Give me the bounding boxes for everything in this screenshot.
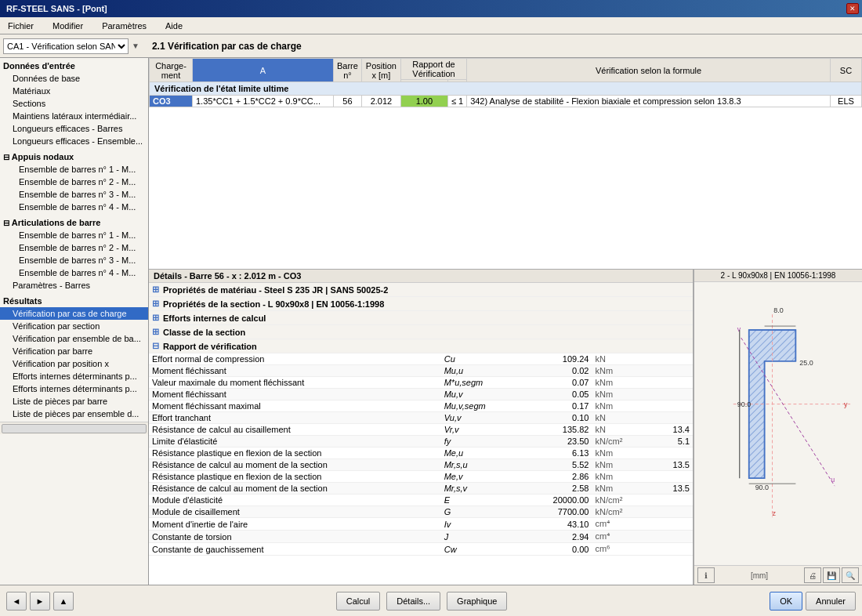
graphique-button[interactable]: Graphique xyxy=(447,592,507,611)
tree-item-3[interactable]: ⊞ Classe de la section xyxy=(149,325,693,339)
detail-symbol: Mu,v xyxy=(441,389,522,400)
menu-fichier[interactable]: Fichier xyxy=(3,20,38,32)
detail-unit: kNm xyxy=(592,365,652,377)
sidebar-section-resultats: Résultats Vérification par cas de charge… xyxy=(0,293,148,422)
row-formule: 342) Analyse de stabilité - Flexion biax… xyxy=(467,96,831,107)
sidebar-hscroll[interactable] xyxy=(2,424,147,433)
detail-symbol: E xyxy=(441,495,522,506)
th-charge: Charge- ment xyxy=(150,59,193,82)
sidebar-item-longueurs-ensemble[interactable]: Longueurs efficaces - Ensemble... xyxy=(0,135,148,147)
sidebar-item-appuis-3[interactable]: Ensemble de barres n° 3 - M... xyxy=(0,188,148,201)
detail-symbol: Me,u xyxy=(441,448,522,459)
menu-parametres[interactable]: Paramètres xyxy=(97,20,151,32)
export-btn-3[interactable]: 🔍 xyxy=(842,567,859,583)
detail-ratio xyxy=(653,365,693,377)
nav-btn-up[interactable]: ▲ xyxy=(53,592,74,611)
sidebar-item-longueurs-barres[interactable]: Longueurs efficaces - Barres xyxy=(0,122,148,135)
sidebar-item-art-3[interactable]: Ensemble de barres n° 3 - M... xyxy=(0,254,148,266)
expand-icon-2[interactable]: ⊞ xyxy=(152,313,161,323)
table-wrapper[interactable]: Charge- ment A Barre n° Position xyxy=(149,58,862,269)
detail-unit: kN/cm² xyxy=(592,436,652,448)
menu-bar: Fichier Modifier Paramètres Aide xyxy=(0,17,862,34)
detail-value: 0.10 xyxy=(522,412,592,424)
sidebar-item-liste-ensemble[interactable]: Liste de pièces par ensemble d... xyxy=(0,408,148,420)
sidebar-item-verif-section[interactable]: Vérification par section xyxy=(0,320,148,332)
tree-item-2[interactable]: ⊞ Efforts internes de calcul xyxy=(149,311,693,325)
sidebar-item-liste-barres[interactable]: Liste de pièces par barre xyxy=(0,395,148,408)
detail-property: Module de cisaillement xyxy=(149,506,441,518)
sidebar-item-verif-ensemble[interactable]: Vérification par ensemble de ba... xyxy=(0,332,148,345)
nav-btn-right[interactable]: ► xyxy=(30,592,50,611)
detail-symbol: Vr,v xyxy=(441,424,522,436)
ok-button[interactable]: OK xyxy=(770,592,802,611)
sidebar-item-appuis-4[interactable]: Ensemble de barres n° 4 - M... xyxy=(0,201,148,213)
detail-unit: kN xyxy=(592,412,652,424)
title-controls: ✕ xyxy=(846,3,859,14)
table-row[interactable]: CO3 1.35*CC1 + 1.5*CC2 + 0.9*CC... 56 2.… xyxy=(150,96,862,107)
details-row: Résistance plastique en flexion de la se… xyxy=(149,471,693,483)
sidebar-item-art-2[interactable]: Ensemble de barres n° 2 - M... xyxy=(0,241,148,254)
sidebar-item-appuis-nodaux[interactable]: Appuis nodaux xyxy=(0,150,148,163)
upper-table: Charge- ment A Barre n° Position xyxy=(149,58,862,270)
export-btn-1[interactable]: 🖨 xyxy=(804,567,821,583)
sidebar-item-articulations[interactable]: Articulations de barre xyxy=(0,216,148,229)
detail-ratio xyxy=(653,448,693,459)
sidebar-item-sections[interactable]: Sections xyxy=(0,97,148,110)
detail-property: Moment fléchissant xyxy=(149,365,441,377)
sidebar-item-resultats[interactable]: Résultats xyxy=(0,295,148,307)
details-row: Module de cisaillement G 7700.00 kN/cm² xyxy=(149,506,693,518)
nav-btn-left[interactable]: ◄ xyxy=(6,592,27,611)
expand-icon-0[interactable]: ⊞ xyxy=(152,284,161,295)
sidebar-item-parametres-barres[interactable]: Paramètres - Barres xyxy=(0,279,148,292)
detail-property: Résistance de calcul au cisaillement xyxy=(149,424,441,436)
details-button[interactable]: Détails... xyxy=(386,592,440,611)
right-panel: Charge- ment A Barre n° Position xyxy=(149,58,862,585)
details-panel: Détails - Barre 56 - x : 2.012 m - CO3 ⊞… xyxy=(149,270,694,585)
sidebar-item-efforts2[interactable]: Efforts internes déterminants p... xyxy=(0,382,148,395)
detail-symbol: Cw xyxy=(441,543,522,556)
sidebar-item-verif-cas[interactable]: Vérification par cas de charge xyxy=(0,307,148,320)
sidebar-item-art-4[interactable]: Ensemble de barres n° 4 - M... xyxy=(0,266,148,279)
details-row: Résistance de calcul au moment de la sec… xyxy=(149,459,693,471)
expand-icon-1[interactable]: ⊞ xyxy=(152,299,161,309)
sidebar-item-appuis-1[interactable]: Ensemble de barres n° 1 - M... xyxy=(0,163,148,176)
info-btn[interactable]: ℹ xyxy=(697,567,715,583)
calcul-button[interactable]: Calcul xyxy=(336,592,381,611)
sidebar-item-donnees-base[interactable]: Données de base xyxy=(0,72,148,85)
close-button[interactable]: ✕ xyxy=(846,3,859,14)
expand-icon-3[interactable]: ⊞ xyxy=(152,327,161,337)
detail-value: 0.17 xyxy=(522,400,592,412)
sidebar-item-art-1[interactable]: Ensemble de barres n° 1 - M... xyxy=(0,229,148,241)
case-dropdown[interactable]: CA1 - Vérification selon SANS xyxy=(3,38,129,54)
detail-unit: kNm xyxy=(592,459,652,471)
sidebar-item-verif-barre[interactable]: Vérification par barre xyxy=(0,345,148,357)
menu-modifier[interactable]: Modifier xyxy=(48,20,88,32)
detail-ratio xyxy=(653,412,693,424)
content-area: Données d'entrée Données de base Matéria… xyxy=(0,58,862,585)
detail-ratio xyxy=(653,531,693,543)
detail-symbol: Cu xyxy=(441,353,522,365)
expand-icon-4[interactable]: ⊟ xyxy=(152,341,161,351)
details-row: Résistance plastique en flexion de la se… xyxy=(149,448,693,459)
tree-item-0[interactable]: ⊞ Propriétés de matériau - Steel S 235 J… xyxy=(149,283,693,297)
detail-ratio: 13.4 xyxy=(653,424,693,436)
sidebar-item-materiaux[interactable]: Matériaux xyxy=(0,85,148,97)
sidebar-item-donnees-entree[interactable]: Données d'entrée xyxy=(0,60,148,72)
tree-label-1: Propriétés de la section - L 90x90x8 | E… xyxy=(163,299,384,309)
annuler-button[interactable]: Annuler xyxy=(806,592,856,611)
sidebar-item-verif-position[interactable]: Vérification par position x xyxy=(0,357,148,370)
tree-item-4[interactable]: ⊟ Rapport de vérification xyxy=(149,339,693,353)
sidebar-item-efforts1[interactable]: Efforts internes déterminants p... xyxy=(0,370,148,382)
detail-ratio xyxy=(653,543,693,556)
sidebar-scrollbar[interactable] xyxy=(0,422,148,434)
sidebar-item-maintiens[interactable]: Maintiens latéraux intermédiair... xyxy=(0,110,148,122)
tree-label-4: Rapport de vérification xyxy=(163,342,257,351)
export-btn-2[interactable]: 💾 xyxy=(823,567,840,583)
th-barre: Barre n° xyxy=(334,59,362,82)
sidebar-item-appuis-2[interactable]: Ensemble de barres n° 2 - M... xyxy=(0,176,148,188)
row-description: 1.35*CC1 + 1.5*CC2 + 0.9*CC... xyxy=(193,96,334,107)
sidebar-section-articulations: Articulations de barre Ensemble de barre… xyxy=(0,215,148,293)
row-barre: 56 xyxy=(334,96,362,107)
menu-aide[interactable]: Aide xyxy=(161,20,187,32)
tree-item-1[interactable]: ⊞ Propriétés de la section - L 90x90x8 |… xyxy=(149,297,693,311)
